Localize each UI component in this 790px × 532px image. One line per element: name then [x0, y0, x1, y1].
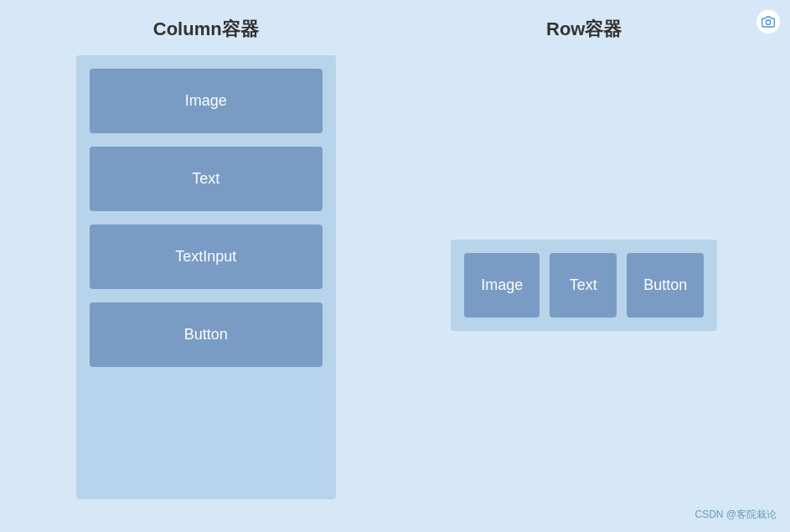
row-section: Row容器 Image Text Button	[395, 17, 774, 515]
column-section: Column容器 Image Text TextInput Button	[17, 17, 395, 515]
column-image-block: Image	[90, 69, 323, 133]
row-text-block: Text	[550, 253, 617, 318]
svg-point-0	[766, 20, 770, 24]
column-text-block: Text	[90, 147, 323, 211]
row-container-wrapper: Image Text Button	[451, 55, 717, 515]
column-textinput-block: TextInput	[90, 225, 323, 289]
main-layout: Column容器 Image Text TextInput Button Row…	[0, 0, 790, 532]
column-title: Column容器	[153, 17, 259, 42]
column-button-block: Button	[90, 302, 323, 367]
column-container: Image Text TextInput Button	[76, 55, 336, 499]
watermark: CSDN @客院栽论	[694, 508, 777, 522]
row-container: Image Text Button	[451, 240, 717, 331]
row-image-block: Image	[464, 253, 540, 318]
row-button-block: Button	[627, 253, 704, 318]
camera-icon	[756, 10, 780, 34]
row-title: Row容器	[546, 17, 622, 42]
